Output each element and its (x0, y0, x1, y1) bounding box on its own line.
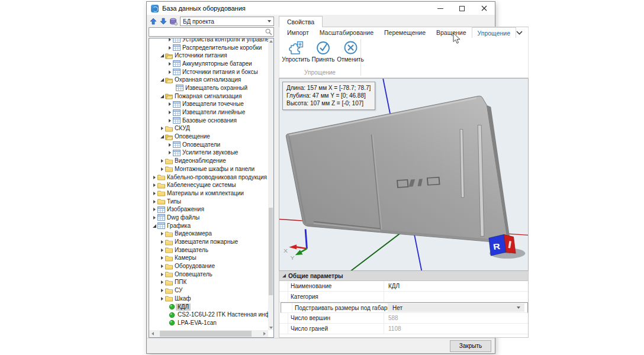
tree-expand-arrow[interactable] (159, 273, 165, 276)
tree-item[interactable]: Монтажные шкафы и панели (149, 165, 268, 173)
combo-chevron-icon[interactable] (517, 306, 520, 309)
tree-expand-arrow[interactable] (151, 192, 157, 195)
horizontal-scroll-thumb[interactable] (160, 331, 252, 337)
tree-expand-arrow[interactable] (166, 70, 173, 74)
move-up-button[interactable] (149, 17, 157, 26)
tree-expand-arrow[interactable] (159, 167, 165, 171)
tree-item[interactable]: CS2-1C6U-22 ITK Настенная инф.роз (149, 311, 268, 319)
tree-item[interactable]: СКУД (149, 125, 268, 133)
scroll-down-arrow[interactable] (268, 325, 273, 330)
tree-item[interactable]: Извещатель охранный (149, 84, 268, 92)
search-input[interactable] (149, 27, 274, 37)
tree-item[interactable]: Видеокамера (149, 230, 268, 238)
tree-item[interactable]: Извещатель (149, 246, 268, 254)
tree-expand-arrow[interactable] (151, 200, 157, 204)
tree-expand-arrow[interactable] (159, 135, 165, 138)
tree-expand-arrow[interactable] (159, 127, 165, 130)
tree-item[interactable]: Типы (149, 198, 268, 206)
tree-expand-arrow[interactable] (159, 78, 165, 82)
tree-expand-arrow[interactable] (159, 54, 165, 57)
tree-item[interactable]: Видеонаблюдение (149, 157, 268, 165)
ribbon-tab-rotate[interactable]: Вращение (431, 27, 472, 38)
tree-item[interactable]: Усилители звуковые (149, 149, 268, 157)
properties-group-header[interactable]: Общие параметры (279, 271, 528, 281)
tab-properties[interactable]: Свойства (279, 16, 323, 27)
tree-item[interactable]: Источники питания (149, 51, 268, 60)
tree-expand-arrow[interactable] (159, 95, 165, 98)
tree-expand-arrow[interactable] (166, 143, 173, 147)
ribbon-tab-move[interactable]: Перемещение (379, 27, 431, 38)
tree-vertical-scrollbar[interactable] (268, 38, 273, 330)
tree-expand-arrow[interactable] (166, 102, 173, 106)
scroll-left-arrow[interactable] (149, 330, 156, 337)
tree-expand-arrow[interactable] (166, 62, 173, 66)
tree-expand-arrow[interactable] (159, 232, 165, 235)
tree-expand-arrow[interactable] (159, 248, 165, 252)
orientation-cube[interactable]: R (489, 234, 516, 256)
scroll-right-arrow[interactable] (261, 330, 268, 337)
property-value[interactable]: КДЛ (384, 281, 528, 291)
ribbon-tab-simplify[interactable]: Упрощение (472, 27, 516, 38)
tree-item[interactable]: Извещатели точечные (149, 101, 268, 109)
tree-item[interactable]: Материалы и комплектации (149, 189, 268, 198)
database-selector[interactable]: БД проекта (180, 17, 274, 26)
tree-item[interactable]: СУ (149, 286, 268, 295)
maximize-button[interactable] (451, 2, 473, 15)
tree-item[interactable]: Извещатели пожарные (149, 238, 268, 246)
tree-expand-arrow[interactable] (166, 119, 173, 122)
tree-expand-arrow[interactable] (151, 216, 157, 220)
tree-item[interactable]: Оборудование (149, 262, 268, 270)
tree-item[interactable]: Dwg файлы (149, 214, 268, 222)
tree-item[interactable]: Изображения (149, 205, 268, 214)
tree-horizontal-scrollbar[interactable] (149, 330, 268, 337)
minimize-button[interactable] (429, 2, 451, 15)
ribbon-tab-import[interactable]: Импорт (282, 27, 314, 38)
tree-expand-arrow[interactable] (166, 111, 173, 114)
tree-item[interactable]: Пожарная сигнализация (149, 92, 268, 101)
property-value[interactable]: 1108 (384, 324, 528, 334)
tree-expand-arrow[interactable] (151, 224, 157, 228)
tree-item[interactable]: Оповещение (149, 133, 268, 141)
tree-item[interactable]: Шкаф (149, 295, 268, 303)
3d-viewport[interactable]: R X Y Длина (279, 78, 529, 271)
tree-item[interactable]: Устройства контроля и управлен (149, 38, 268, 44)
tree-expand-arrow[interactable] (151, 176, 157, 179)
tree-item[interactable]: ППК (149, 279, 268, 287)
tree-expand-arrow[interactable] (151, 183, 157, 187)
property-value[interactable]: 588 (384, 313, 528, 323)
scroll-up-arrow[interactable] (268, 38, 273, 44)
tree-item[interactable]: Извещатели линейные (149, 108, 268, 117)
tree-item[interactable]: КДЛ (149, 303, 268, 311)
tree-expand-arrow[interactable] (166, 46, 173, 50)
tree-expand-arrow[interactable] (166, 38, 173, 41)
tree-expand-arrow[interactable] (159, 240, 165, 244)
move-down-button[interactable] (159, 17, 168, 26)
vertical-scroll-thumb[interactable] (269, 208, 273, 295)
tree-item[interactable]: Графика (149, 222, 268, 230)
tree-item[interactable]: Оповещатель (149, 270, 268, 279)
tree-expand-arrow[interactable] (151, 208, 157, 211)
tree-item[interactable]: Источники питания и боксы (149, 68, 268, 76)
tree-item[interactable]: Камеры (149, 254, 268, 263)
ribbon-collapse-button[interactable] (516, 27, 523, 38)
tree-expand-arrow[interactable] (159, 289, 165, 292)
property-value[interactable] (384, 292, 528, 302)
close-window-button[interactable] (473, 2, 495, 15)
tree-item[interactable]: Охранная сигнализация (149, 76, 268, 84)
tree-expand-arrow[interactable] (159, 256, 165, 260)
ribbon-tab-scaling[interactable]: Масштабирование (314, 27, 379, 38)
tree-item[interactable]: Базовые основания (149, 117, 268, 125)
tree-item[interactable]: Распределительные коробки (149, 44, 268, 52)
tree-item[interactable]: Кабеленесущие системы (149, 181, 268, 189)
tree-expand-arrow[interactable] (159, 264, 165, 268)
database-settings-button[interactable] (169, 17, 178, 26)
property-value[interactable]: Нет (388, 304, 524, 312)
tree-item[interactable]: Оповещатели (149, 141, 268, 149)
close-dialog-button[interactable]: Закрыть (450, 340, 491, 352)
tree-item[interactable]: Кабельно-проводниковая продукция (149, 173, 268, 182)
tree-expand-arrow[interactable] (159, 280, 165, 284)
tree-expand-arrow[interactable] (159, 159, 165, 163)
tree-expand-arrow[interactable] (166, 151, 173, 154)
tree-expand-arrow[interactable] (159, 297, 165, 301)
tree-item[interactable]: Аккумуляторные батареи (149, 60, 268, 68)
